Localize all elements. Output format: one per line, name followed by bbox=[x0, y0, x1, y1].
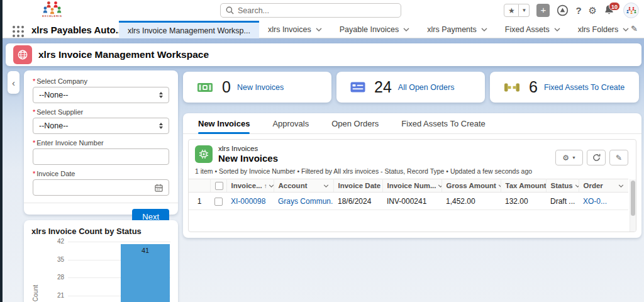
chevron-down-icon bbox=[481, 28, 487, 31]
help-icon[interactable]: ? bbox=[575, 5, 581, 16]
column-status[interactable]: Status bbox=[546, 179, 579, 193]
calendar-icon[interactable] bbox=[155, 184, 163, 192]
chevron-down-icon bbox=[316, 28, 322, 31]
global-add-icon[interactable]: + bbox=[536, 4, 550, 17]
search-icon bbox=[226, 6, 234, 14]
chart-tick-label: 42 bbox=[49, 238, 64, 245]
invoice-number-input-wrap bbox=[33, 148, 169, 165]
notifications-bell[interactable]: 10 bbox=[604, 4, 616, 18]
company-select[interactable]: --None-- bbox=[33, 87, 169, 103]
window-edge bbox=[0, 0, 3, 302]
scrollbar-thumb[interactable] bbox=[631, 181, 635, 216]
select-all-header[interactable] bbox=[210, 179, 226, 193]
column-order[interactable]: Order bbox=[579, 179, 628, 193]
favorites-caret-icon[interactable]: ▼ bbox=[519, 4, 530, 17]
nav-tab-xlrs-invoices[interactable]: xlrs Invoices bbox=[259, 21, 331, 38]
row-checkbox[interactable] bbox=[214, 198, 223, 206]
collapse-panel-button[interactable]: ‹ bbox=[8, 71, 19, 94]
user-avatar[interactable] bbox=[623, 3, 639, 18]
list-title: New Invoices bbox=[218, 153, 278, 164]
column-account[interactable]: Account bbox=[274, 179, 333, 193]
invoice-number-input[interactable] bbox=[39, 152, 163, 161]
account-link[interactable]: Grays Commun... bbox=[278, 197, 333, 206]
setup-gear-icon[interactable]: ⚙ bbox=[589, 5, 597, 16]
table-header-row: Invoice...↑ Account Invoice Date Invoice… bbox=[189, 179, 628, 193]
chevron-down-icon bbox=[403, 28, 409, 31]
column-gross-amount[interactable]: Gross Amount bbox=[441, 179, 501, 193]
global-search[interactable] bbox=[220, 3, 401, 18]
favorites-star-icon[interactable]: ★ bbox=[504, 4, 519, 17]
kpi-open-orders-card: 24 All Open Orders bbox=[336, 72, 485, 103]
chevron-down-icon bbox=[623, 28, 629, 31]
row-number: 1 bbox=[189, 193, 210, 210]
barbell-icon bbox=[504, 82, 520, 92]
tax-amount-cell: 132.00 bbox=[501, 193, 546, 210]
page-canvas: xlrs Invoice Management Workspace ‹ *Sel… bbox=[3, 38, 644, 302]
tab-new-invoices[interactable]: New Invoices bbox=[198, 113, 250, 133]
sort-asc-icon: ↑ bbox=[264, 182, 267, 189]
workspace-tabs-card: New Invoices Approvals Open Orders Fixed… bbox=[183, 113, 641, 238]
chart-bar[interactable]: 41 bbox=[121, 244, 170, 302]
tab-fixed-assets-to-create[interactable]: Fixed Assets To Create bbox=[401, 113, 485, 133]
list-gear-icon: ⚙ bbox=[562, 154, 569, 162]
nav-tab-invoice-management-workspace[interactable]: xlrs Invoice Management Worksp... bbox=[119, 21, 259, 38]
chevron-down-icon bbox=[575, 184, 579, 187]
invoice-status-chart-plot: 41 42352821 bbox=[68, 239, 170, 302]
tab-open-orders[interactable]: Open Orders bbox=[331, 113, 379, 133]
exceleris-logo-icon bbox=[40, 1, 64, 16]
caret-down-icon: ▼ bbox=[572, 155, 576, 160]
guidance-icon[interactable] bbox=[557, 4, 569, 16]
invoice-date-input-wrap bbox=[33, 179, 169, 196]
nav-edit-pencil-icon[interactable]: ✎ bbox=[631, 24, 638, 33]
status-cell: Draft ... bbox=[546, 193, 579, 210]
column-invoice[interactable]: Invoice...↑ bbox=[226, 179, 274, 193]
app-nav-bar: xlrs Payables Auto... xlrs Invoice Manag… bbox=[3, 21, 644, 38]
nav-tab-xlrs-payments[interactable]: xlrs Payments bbox=[418, 21, 496, 38]
cash-icon bbox=[197, 81, 213, 94]
workspace-globe-icon bbox=[13, 45, 32, 64]
tab-approvals[interactable]: Approvals bbox=[272, 113, 309, 133]
kpi-value: 6 bbox=[529, 78, 538, 96]
avatar-logo-icon bbox=[625, 6, 638, 16]
row-number-header bbox=[189, 179, 210, 193]
column-tax-amount[interactable]: Tax Amount bbox=[501, 179, 546, 193]
kpi-label-link[interactable]: New Invoices bbox=[237, 83, 284, 92]
kpi-label-link[interactable]: Fixed Assets To Create bbox=[544, 83, 625, 92]
table-scrollbar[interactable] bbox=[630, 179, 636, 232]
nav-tab-xlrs-folders[interactable]: xlrs Folders bbox=[569, 21, 638, 38]
chart-title: xlrs Invoice Count by Status bbox=[24, 220, 178, 236]
chevron-left-icon: ‹ bbox=[12, 77, 15, 88]
refresh-icon bbox=[592, 154, 601, 162]
kpi-label-link[interactable]: All Open Orders bbox=[398, 83, 455, 92]
app-name[interactable]: xlrs Payables Auto... bbox=[31, 21, 123, 38]
refresh-button[interactable] bbox=[587, 150, 606, 165]
invoice-link[interactable]: XI-000098 bbox=[231, 197, 265, 206]
list-settings-button[interactable]: ⚙ ▼ bbox=[555, 150, 583, 165]
supplier-select[interactable]: --None-- bbox=[33, 118, 169, 134]
invoices-table: Invoice...↑ Account Invoice Date Invoice… bbox=[189, 179, 628, 210]
select-all-checkbox[interactable] bbox=[215, 182, 223, 190]
nav-tab-payable-invoices[interactable]: Payable Invoices bbox=[331, 21, 419, 38]
chart-tick-label: 21 bbox=[49, 292, 64, 299]
kpi-value: 0 bbox=[222, 78, 231, 96]
search-input[interactable] bbox=[238, 6, 396, 15]
page-header-card: xlrs Invoice Management Workspace bbox=[6, 43, 641, 66]
orders-icon bbox=[350, 82, 365, 92]
invoices-object-icon bbox=[195, 145, 213, 163]
inline-edit-button[interactable]: ✎ bbox=[609, 150, 628, 165]
exceleris-logo: EXCELERIS bbox=[38, 1, 67, 20]
list-meta-text: 1 item • Sorted by Invoice Number • Filt… bbox=[189, 166, 636, 179]
kpi-fixed-assets-card: 6 Fixed Assets To Create bbox=[490, 72, 639, 103]
nav-tab-fixed-assets[interactable]: Fixed Assets bbox=[496, 21, 569, 38]
list-object-label: xlrs Invoices bbox=[218, 145, 278, 153]
order-link[interactable]: XO-0... bbox=[583, 197, 607, 206]
app-launcher-icon[interactable] bbox=[13, 26, 24, 37]
invoice-date-field-label: *Invoice Date bbox=[33, 170, 169, 177]
column-invoice-date[interactable]: Invoice Date bbox=[333, 179, 382, 193]
nav-tab-xlrs-account-lookups[interactable]: xlrs Account Lookups bbox=[638, 21, 644, 38]
invoice-date-input[interactable] bbox=[39, 183, 155, 192]
page-title: xlrs Invoice Management Workspace bbox=[38, 49, 209, 60]
row-select-cell[interactable] bbox=[210, 193, 226, 210]
new-invoices-list-view: xlrs Invoices New Invoices ⚙ ▼ ✎ bbox=[188, 139, 636, 232]
column-invoice-number[interactable]: Invoice Num... bbox=[382, 179, 441, 193]
